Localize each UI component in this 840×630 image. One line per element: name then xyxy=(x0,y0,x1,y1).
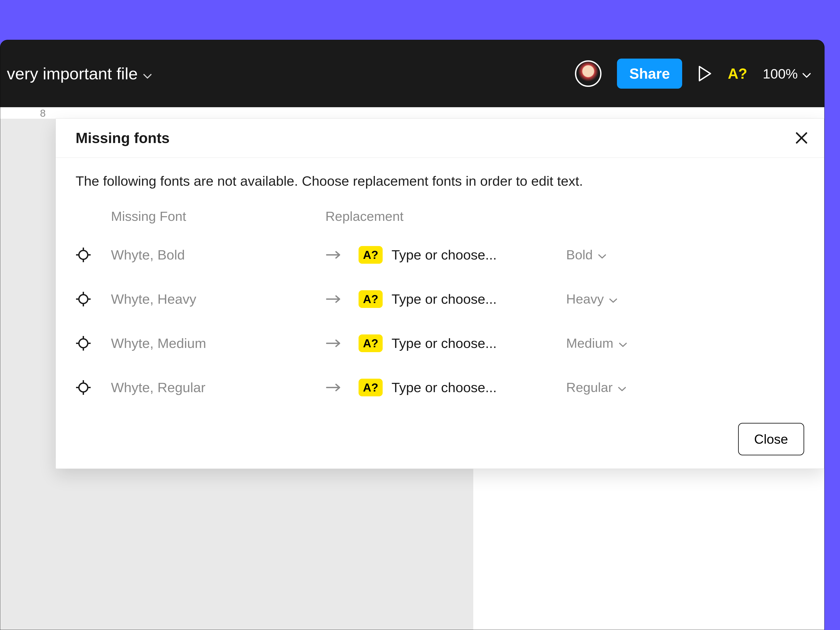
ruler-tick: 8 xyxy=(40,107,46,119)
close-icon[interactable] xyxy=(794,131,808,145)
weight-value: Regular xyxy=(566,380,613,395)
missing-font-name: Whyte, Bold xyxy=(111,247,325,263)
missing-font-name: Whyte, Regular xyxy=(111,379,325,395)
replacement-weight-select[interactable]: Medium xyxy=(566,336,627,351)
arrow-right-icon xyxy=(325,339,358,348)
arrow-right-icon xyxy=(325,295,358,303)
locate-font-icon[interactable] xyxy=(76,336,111,351)
missing-fonts-indicator[interactable]: A? xyxy=(728,65,747,82)
column-header-replacement: Replacement xyxy=(325,209,404,224)
arrow-right-icon xyxy=(325,251,358,259)
missing-font-badge: A? xyxy=(358,290,383,308)
app-window: very important file Share A? 100% 8 xyxy=(0,40,824,630)
zoom-value: 100% xyxy=(763,66,798,82)
svg-point-6 xyxy=(79,295,88,303)
replacement-weight-select[interactable]: Regular xyxy=(566,380,626,395)
file-name-dropdown[interactable]: very important file xyxy=(7,64,575,83)
locate-font-icon[interactable] xyxy=(76,291,111,307)
user-avatar[interactable] xyxy=(575,60,602,87)
dialog-footer: Close xyxy=(56,410,824,455)
weight-value: Bold xyxy=(566,247,593,262)
missing-font-badge: A? xyxy=(358,246,383,264)
canvas-area[interactable]: 8 Missing fonts The following fonts are … xyxy=(0,107,824,630)
chevron-down-icon xyxy=(802,66,811,82)
share-button[interactable]: Share xyxy=(617,58,682,88)
missing-fonts-table: Missing Font Replacement Whyte, BoldA?Ty… xyxy=(56,197,824,410)
column-header-missing-font: Missing Font xyxy=(76,209,325,224)
missing-font-badge: A? xyxy=(358,379,383,396)
present-button[interactable] xyxy=(698,65,712,82)
top-bar: very important file Share A? 100% xyxy=(0,40,824,107)
weight-value: Medium xyxy=(566,336,613,351)
replacement-font-input[interactable]: Type or choose... xyxy=(392,379,566,395)
svg-point-0 xyxy=(79,251,88,259)
dialog-title: Missing fonts xyxy=(76,129,169,146)
missing-font-name: Whyte, Medium xyxy=(111,335,325,351)
missing-font-row: Whyte, MediumA?Type or choose...Medium xyxy=(76,321,804,365)
replacement-font-input[interactable]: Type or choose... xyxy=(392,247,566,263)
locate-font-icon[interactable] xyxy=(76,380,111,395)
file-name-label: very important file xyxy=(7,64,138,83)
zoom-dropdown[interactable]: 100% xyxy=(763,66,811,82)
chevron-down-icon xyxy=(619,336,627,351)
svg-point-18 xyxy=(79,383,88,392)
chevron-down-icon xyxy=(609,291,617,306)
missing-font-badge: A? xyxy=(358,335,383,352)
chevron-down-icon xyxy=(598,247,606,262)
top-bar-right: Share A? 100% xyxy=(575,58,811,88)
dialog-description: The following fonts are not available. C… xyxy=(56,158,824,197)
dialog-header: Missing fonts xyxy=(56,118,824,158)
missing-font-name: Whyte, Heavy xyxy=(111,291,325,307)
chevron-down-icon xyxy=(618,380,626,395)
chevron-down-icon xyxy=(143,64,152,83)
svg-point-12 xyxy=(79,339,88,348)
missing-font-row: Whyte, BoldA?Type or choose...Bold xyxy=(76,233,804,277)
replacement-font-input[interactable]: Type or choose... xyxy=(392,291,566,307)
close-button[interactable]: Close xyxy=(738,423,804,455)
replacement-weight-select[interactable]: Bold xyxy=(566,247,606,262)
table-header-row: Missing Font Replacement xyxy=(76,197,804,233)
missing-font-row: Whyte, HeavyA?Type or choose...Heavy xyxy=(76,277,804,321)
missing-font-row: Whyte, RegularA?Type or choose...Regular xyxy=(76,365,804,410)
missing-fonts-dialog: Missing fonts The following fonts are no… xyxy=(55,118,824,469)
locate-font-icon[interactable] xyxy=(76,247,111,263)
arrow-right-icon xyxy=(325,383,358,392)
replacement-font-input[interactable]: Type or choose... xyxy=(392,335,566,351)
replacement-weight-select[interactable]: Heavy xyxy=(566,291,617,306)
weight-value: Heavy xyxy=(566,291,604,306)
